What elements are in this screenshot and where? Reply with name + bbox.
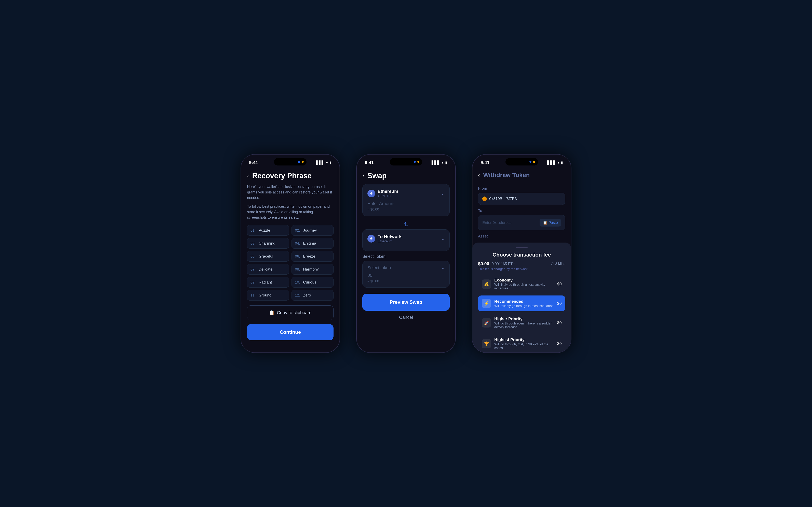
highest-name: Highest Priority: [494, 337, 554, 342]
di-dot-blue-3: [529, 161, 531, 163]
highest-desc: Will go through, fast, in 99.99% of the …: [494, 343, 554, 350]
fee-summary-eth: 0.001165 ETH: [492, 262, 515, 266]
word-cell-11: 11. Ground: [247, 290, 289, 300]
word-value-12: Zero: [303, 293, 311, 297]
recommended-name: Recommended: [494, 299, 554, 304]
svg-marker-2: [370, 237, 372, 239]
svg-marker-0: [370, 192, 372, 194]
economy-name: Economy: [494, 278, 554, 282]
back-arrow-3[interactable]: ‹: [478, 172, 480, 178]
token-amount-row: 00 = $0.00: [367, 273, 445, 283]
fee-option-higher[interactable]: 🚀 Higher Priority Will go through even i…: [478, 313, 565, 332]
status-time-2: 9:41: [365, 160, 374, 165]
status-icons-3: ▋▋▋ ▾ ▮: [547, 160, 563, 165]
preview-swap-button[interactable]: Preview Swap: [362, 294, 450, 311]
recommended-text: Recommended Will reliably go through in …: [494, 299, 554, 308]
select-token-row: Select token ⌄: [367, 265, 445, 270]
battery-icon-3: ▮: [561, 160, 563, 165]
token-amount: 00: [367, 273, 445, 278]
phones-container: 9:41 ▋▋▋ ▾ ▮ ‹ Recovery Phrase Here's yo…: [241, 154, 571, 353]
from-token-chevron[interactable]: ⌄: [441, 191, 445, 196]
to-network-label: To Network: [377, 234, 402, 239]
word-value-1: Puzzle: [259, 228, 270, 233]
cancel-link[interactable]: Cancel: [362, 311, 450, 324]
battery-icon-1: ▮: [329, 160, 332, 165]
di-dot-yellow-2: [417, 161, 419, 163]
phone-withdraw: 9:41 ▋▋▋ ▾ ▮ ‹ Withdraw Token From 0x810…: [472, 154, 571, 353]
nav-header-3: ‹ Withdraw Token: [478, 167, 565, 182]
recommended-icon: ⚡: [482, 299, 491, 308]
economy-price: $0: [557, 282, 562, 286]
dynamic-island-3: [505, 158, 538, 166]
word-cell-1: 01. Puzzle: [247, 225, 289, 236]
dynamic-island-1: [274, 158, 307, 166]
wifi-icon-2: ▾: [442, 160, 444, 165]
select-token-chevron[interactable]: ⌄: [441, 265, 445, 270]
signal-icon-2: ▋▋▋: [432, 160, 440, 165]
screen-2: ‹ Swap Ethereum 4.86ETH ⌄: [357, 167, 455, 352]
word-value-8: Harmony: [303, 267, 319, 272]
word-value-10: Curious: [303, 280, 316, 285]
word-value-2: Journey: [303, 228, 317, 233]
word-cell-4: 04. Enigma: [292, 238, 334, 248]
swap-direction-icon[interactable]: ⇅: [362, 219, 450, 229]
status-bar-2: 9:41 ▋▋▋ ▾ ▮: [357, 155, 455, 167]
dynamic-island-2: [390, 158, 422, 166]
word-grid: 01. Puzzle 02. Journey 03. Charming 04. …: [247, 225, 334, 300]
enter-amount[interactable]: Enter Amount: [367, 201, 445, 206]
from-token-card[interactable]: Ethereum 4.86ETH ⌄ Enter Amount = $0.00: [362, 184, 450, 216]
word-num-3: 03.: [251, 241, 257, 245]
word-value-7: Delicate: [259, 267, 273, 272]
paste-btn-label: Paste: [549, 221, 558, 225]
to-label: To: [478, 209, 565, 213]
fee-time-label: 2 Mins: [555, 262, 565, 266]
fee-summary-amount: $0.00: [478, 261, 489, 267]
signal-icon-3: ▋▋▋: [547, 160, 556, 165]
word-value-5: Graceful: [259, 254, 273, 259]
clock-icon: ⏱: [551, 262, 554, 266]
paste-icon: 📋: [543, 220, 547, 225]
to-network-text: To Network Ethereum: [377, 234, 402, 243]
to-network-value: Ethereum: [377, 239, 402, 243]
di-dot-yellow-1: [302, 161, 304, 163]
asset-label: Asset: [478, 234, 565, 238]
higher-desc: Will go through even if there is a sudde…: [494, 322, 554, 329]
select-token-label: Select Token: [362, 254, 450, 259]
description-1: Here's your wallet's exclusive recovery …: [247, 184, 334, 201]
to-network-chevron[interactable]: ⌄: [441, 236, 445, 241]
amount-usd: = $0.00: [367, 208, 445, 212]
back-arrow-2[interactable]: ‹: [362, 173, 364, 179]
fee-option-economy[interactable]: 💰 Economy Will likely go through unless …: [478, 275, 565, 293]
higher-icon: 🚀: [482, 318, 491, 328]
back-arrow-1[interactable]: ‹: [247, 173, 249, 179]
to-network-icon: [367, 235, 375, 242]
word-num-4: 04.: [295, 241, 301, 245]
to-field-box[interactable]: Enter 0x address 📋 Paste: [478, 215, 565, 230]
word-cell-8: 08. Harmony: [292, 264, 334, 275]
higher-price: $0: [557, 321, 562, 325]
modal-title: Choose transaction fee: [478, 252, 565, 258]
highest-price: $0: [557, 341, 562, 346]
word-cell-6: 06. Breeze: [292, 251, 334, 262]
word-value-9: Radiant: [259, 280, 272, 285]
screen-1: ‹ Recovery Phrase Here's your wallet's e…: [241, 167, 340, 352]
di-dot-yellow-3: [533, 161, 535, 163]
word-num-7: 07.: [251, 267, 257, 272]
select-token-card[interactable]: Select token ⌄ 00 = $0.00: [362, 261, 450, 288]
token-name-group: Ethereum 4.86ETH: [377, 189, 398, 198]
status-time-1: 9:41: [249, 160, 258, 165]
continue-button[interactable]: Continue: [247, 324, 334, 340]
copy-to-clipboard-button[interactable]: 📋 Copy to clipboard: [247, 305, 334, 320]
status-bar-1: 9:41 ▋▋▋ ▾ ▮: [241, 155, 340, 167]
to-network-card[interactable]: To Network Ethereum ⌄: [362, 229, 450, 251]
paste-button[interactable]: 📋 Paste: [540, 219, 561, 227]
word-num-6: 06.: [295, 254, 301, 259]
word-cell-9: 09. Radiant: [247, 277, 289, 288]
clipboard-icon: 📋: [269, 310, 274, 315]
fee-modal: Choose transaction fee $0.00 0.001165 ET…: [472, 242, 571, 352]
fee-option-highest[interactable]: 🏆 Highest Priority Will go through, fast…: [478, 334, 565, 352]
highest-icon: 🏆: [482, 339, 491, 348]
recommended-price: $0: [557, 301, 562, 306]
word-cell-12: 12. Zero: [292, 290, 334, 300]
fee-option-recommended[interactable]: ⚡ Recommended Will reliably go through i…: [478, 295, 565, 311]
